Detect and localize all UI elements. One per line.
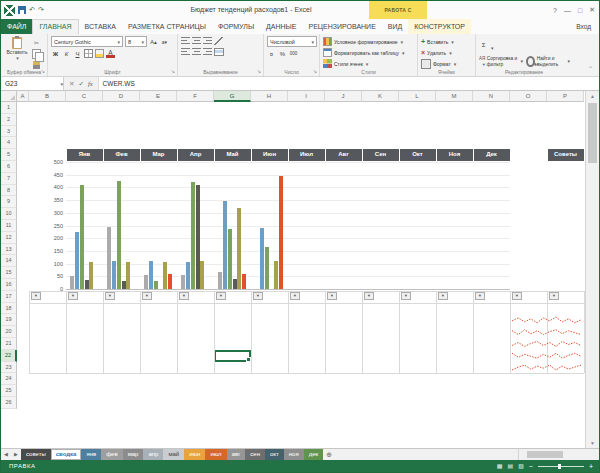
clipboard-dialog-launcher-icon[interactable] — [41, 69, 45, 74]
column-header-J[interactable]: J — [325, 91, 362, 102]
row-header-16[interactable]: 16 — [1, 279, 17, 291]
cells-item-1[interactable]: Вставить — [421, 36, 473, 47]
filter-dropdown-K[interactable] — [364, 292, 374, 300]
grow-font-icon[interactable] — [149, 37, 158, 46]
column-header-C[interactable]: C — [66, 91, 103, 102]
column-header-E[interactable]: E — [140, 91, 177, 102]
cut-icon[interactable] — [32, 38, 41, 47]
format-painter-icon[interactable] — [33, 61, 40, 69]
prev-sheet-icon[interactable]: ◀ — [1, 449, 11, 460]
row-header-12[interactable]: 12 — [1, 232, 17, 244]
column-header-H[interactable]: H — [251, 91, 288, 102]
align-center-icon[interactable] — [192, 48, 201, 55]
row-header-22[interactable]: 22 — [1, 350, 17, 362]
row-header-20[interactable]: 20 — [1, 326, 17, 338]
column-header-P[interactable]: P — [547, 91, 584, 102]
filter-dropdown-C[interactable] — [68, 292, 78, 300]
collapse-ribbon-icon[interactable] — [588, 65, 593, 72]
save-icon[interactable] — [18, 6, 26, 14]
next-sheet-icon[interactable]: ▶ — [11, 449, 21, 460]
autosum-icon[interactable]: Σ — [479, 41, 488, 50]
row-header-4[interactable]: 4 — [1, 137, 17, 149]
number-dialog-launcher-icon[interactable] — [313, 69, 317, 74]
bold-button[interactable]: Ж — [51, 49, 60, 58]
zoom-in-button[interactable]: + — [589, 463, 593, 470]
filter-dropdown-F[interactable] — [179, 292, 189, 300]
excel-logo-icon[interactable] — [4, 5, 15, 16]
name-box[interactable]: G23 — [1, 77, 64, 90]
row-header-26[interactable]: 26 — [1, 397, 17, 409]
align-top-icon[interactable] — [181, 37, 190, 44]
fill-color-icon[interactable] — [95, 49, 104, 58]
ribbon-tab-вставка[interactable]: ВСТАВКА — [79, 19, 122, 34]
row-header-10[interactable]: 10 — [1, 208, 17, 220]
column-header-G[interactable]: G — [214, 91, 251, 102]
sheet-tab-мар[interactable]: мар — [123, 449, 144, 460]
sheet-tab-сен[interactable]: сен — [245, 449, 265, 460]
alignment-dialog-launcher-icon[interactable] — [257, 69, 261, 74]
row-header-11[interactable]: 11 — [1, 220, 17, 232]
filter-dropdown-D[interactable] — [105, 292, 115, 300]
undo-icon[interactable]: ↶ — [29, 1, 35, 19]
row-header-2[interactable]: 2 — [1, 114, 17, 126]
underline-button[interactable]: Ч — [73, 49, 82, 58]
help-button[interactable]: ? — [553, 7, 557, 14]
filter-dropdown-J[interactable] — [327, 292, 337, 300]
row-header-7[interactable]: 7 — [1, 173, 17, 185]
filter-dropdown-E[interactable] — [142, 292, 152, 300]
italic-button[interactable]: К — [62, 49, 71, 58]
filter-dropdown-B[interactable] — [31, 292, 41, 300]
editing-item-1[interactable]: Сортировка и фильтр — [479, 56, 523, 67]
horizontal-scroll-thumb[interactable] — [527, 451, 563, 458]
sheet-tab-авг[interactable]: авг — [227, 449, 246, 460]
percent-style-button[interactable]: % — [278, 49, 287, 58]
new-sheet-button[interactable]: ⊕ — [323, 449, 335, 460]
insert-function-button[interactable]: fx — [88, 80, 93, 87]
row-header-13[interactable]: 13 — [1, 244, 17, 256]
row-header-15[interactable]: 15 — [1, 267, 17, 279]
ribbon-tab-формулы[interactable]: ФОРМУЛЫ — [212, 19, 260, 34]
ribbon-tab-конструктор[interactable]: КОНСТРУКТОР — [408, 19, 471, 34]
sheet-tab-советы[interactable]: советы — [21, 449, 51, 460]
scroll-up-icon[interactable]: ▲ — [586, 91, 599, 101]
filter-dropdown-N[interactable] — [475, 292, 485, 300]
ribbon-tab-файл[interactable]: ФАЙЛ — [1, 19, 32, 34]
row-header-5[interactable]: 5 — [1, 149, 17, 161]
column-header-I[interactable]: I — [288, 91, 325, 102]
vertical-scrollbar[interactable]: ▲ ▼ — [585, 91, 599, 448]
ribbon-tab-данные[interactable]: ДАННЫЕ — [260, 19, 302, 34]
column-header-B[interactable]: B — [29, 91, 66, 102]
select-all-corner[interactable] — [1, 91, 17, 102]
ribbon-tab-вид[interactable]: ВИД — [382, 19, 408, 34]
sign-in-link[interactable]: Вход — [568, 19, 599, 34]
vertical-scroll-thumb[interactable] — [588, 103, 597, 163]
row-header-6[interactable]: 6 — [1, 161, 17, 173]
align-bottom-icon[interactable] — [203, 37, 212, 44]
page-layout-view-icon[interactable] — [507, 463, 513, 469]
filter-dropdown-H[interactable] — [253, 292, 263, 300]
paste-button[interactable]: Вставить — [4, 37, 30, 61]
filter-dropdown-G[interactable] — [216, 292, 226, 300]
column-header-D[interactable]: D — [103, 91, 140, 102]
enter-entry-button[interactable]: ✓ — [78, 80, 83, 88]
ribbon-tab-главная[interactable]: ГЛАВНАЯ — [32, 19, 78, 34]
sheet-tab-дек[interactable]: дек — [304, 449, 323, 460]
filter-dropdown-O[interactable] — [512, 292, 522, 300]
row-header-3[interactable]: 3 — [1, 126, 17, 138]
styles-item-2[interactable]: Форматировать как таблицу — [323, 47, 415, 58]
horizontal-scrollbar[interactable] — [518, 449, 599, 460]
cells-item-3[interactable]: Формат — [421, 58, 473, 69]
number-format-combo[interactable]: Числовой — [267, 36, 317, 47]
column-header-M[interactable]: M — [436, 91, 473, 102]
row-header-8[interactable]: 8 — [1, 185, 17, 197]
column-header-F[interactable]: F — [177, 91, 214, 102]
align-middle-icon[interactable] — [192, 37, 201, 44]
filter-dropdown-L[interactable] — [401, 292, 411, 300]
cells-item-2[interactable]: Удалить — [421, 47, 473, 58]
shrink-font-icon[interactable] — [160, 37, 169, 46]
copy-icon[interactable] — [32, 49, 41, 59]
editing-item-2[interactable]: Найти и выделить — [526, 56, 570, 67]
sheet-tab-сводка[interactable]: сводка — [51, 449, 82, 460]
zoom-out-button[interactable]: − — [529, 463, 533, 470]
minimize-button[interactable]: — — [564, 7, 571, 14]
